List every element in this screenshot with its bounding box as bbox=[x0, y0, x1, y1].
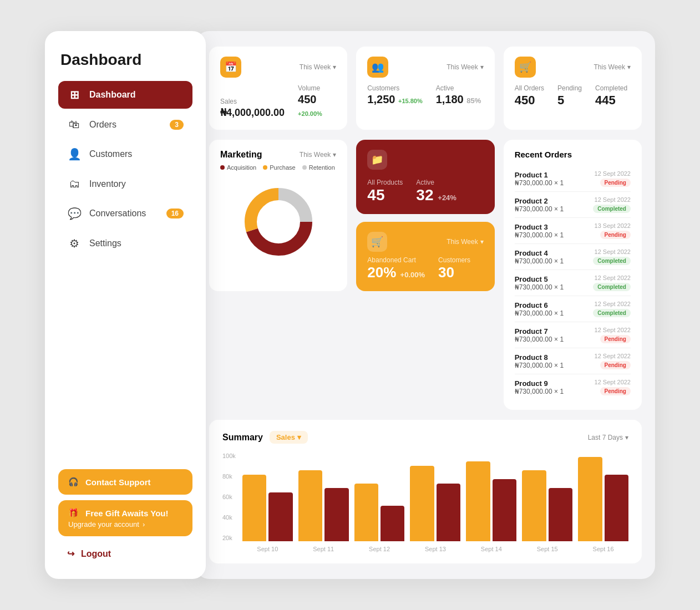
marketing-title: Marketing bbox=[220, 150, 262, 160]
sidebar-item-customers[interactable]: 👤 Customers bbox=[58, 140, 192, 168]
bar-group bbox=[410, 453, 460, 541]
sidebar-item-label: Inventory bbox=[89, 179, 126, 189]
sales-icon: 📅 bbox=[220, 57, 241, 78]
summary-title: Summary bbox=[222, 433, 263, 443]
orders-icon: 🛍 bbox=[67, 118, 82, 131]
chart-label: Sept 11 bbox=[298, 546, 349, 552]
products-cart-col: 📁 All Products 45 Active 32 +24% bbox=[356, 140, 494, 291]
headset-icon: 🎧 bbox=[68, 477, 79, 487]
conversations-badge: 16 bbox=[166, 209, 184, 218]
products-card: 📁 All Products 45 Active 32 +24% bbox=[356, 140, 494, 214]
order-item: Product 8 ₦730,000.00 × 1 12 Sept 2022 P… bbox=[515, 348, 631, 374]
contact-support-button[interactable]: 🎧 Contact Support bbox=[58, 469, 192, 495]
order-item: Product 1 ₦730,000.00 × 1 12 Sept 2022 P… bbox=[515, 166, 631, 192]
sales-week-filter[interactable]: This Week ▾ bbox=[300, 63, 336, 71]
customers-stat-card: 👥 This Week ▾ Customers 1,250 +15.80% bbox=[356, 47, 494, 130]
free-gift-button[interactable]: 🎁 Free Gift Awaits You! Upgrade your acc… bbox=[58, 500, 192, 536]
order-item: Product 3 ₦730,000.00 × 1 13 Sept 2022 P… bbox=[515, 218, 631, 244]
orders-stat-icon: 🛒 bbox=[515, 57, 536, 78]
sales-stat-card: 📅 This Week ▾ Sales ₦4,000,000.00 Volume bbox=[209, 47, 347, 130]
sidebar-title: Dashboard bbox=[58, 51, 192, 69]
sidebar-item-dashboard[interactable]: ⊞ Dashboard bbox=[58, 81, 192, 109]
sidebar-item-orders[interactable]: 🛍 Orders 3 bbox=[58, 111, 192, 138]
order-item: Product 7 ₦730,000.00 × 1 12 Sept 2022 P… bbox=[515, 322, 631, 348]
chart-label: Sept 12 bbox=[354, 546, 405, 552]
orders-badge: 3 bbox=[170, 120, 184, 130]
bar-yellow bbox=[354, 484, 378, 541]
order-item: Product 2 ₦730,000.00 × 1 12 Sept 2022 C… bbox=[515, 192, 631, 218]
bar-yellow bbox=[578, 457, 602, 541]
customers-week-filter[interactable]: This Week ▾ bbox=[447, 63, 483, 71]
bar-red bbox=[268, 492, 292, 541]
settings-icon: ⚙ bbox=[67, 237, 82, 250]
sidebar-item-label: Orders bbox=[89, 120, 116, 130]
chart-label: Sept 14 bbox=[466, 546, 516, 552]
bar-group bbox=[522, 453, 572, 541]
sales-filter-badge[interactable]: Sales ▾ bbox=[270, 431, 308, 444]
chart-label: Sept 16 bbox=[578, 546, 628, 552]
sidebar-item-conversations[interactable]: 💬 Conversations 16 bbox=[58, 200, 192, 227]
summary-card: Summary Sales ▾ Last 7 Days ▾ 100k 80k 6… bbox=[209, 420, 642, 563]
bar-group bbox=[298, 453, 349, 541]
bar-red bbox=[549, 488, 572, 541]
bar-group bbox=[242, 453, 293, 541]
chart-y-axis: 100k 80k 60k 40k 20k bbox=[222, 453, 236, 541]
orders-list: Product 1 ₦730,000.00 × 1 12 Sept 2022 P… bbox=[515, 166, 631, 400]
products-icon: 📁 bbox=[367, 150, 387, 170]
chart-area: 100k 80k 60k 40k 20k bbox=[222, 453, 628, 552]
logout-button[interactable]: ↪ Logout bbox=[58, 542, 192, 566]
summary-period-filter[interactable]: Last 7 Days ▾ bbox=[588, 434, 628, 441]
bar-group bbox=[354, 453, 405, 541]
cart-card: 🛒 This Week ▾ Abandoned Cart 20% +0.00% bbox=[356, 222, 494, 291]
sidebar-item-inventory[interactable]: 🗂 Inventory bbox=[58, 170, 192, 197]
customers-stat-icon: 👥 bbox=[367, 57, 388, 78]
sidebar-nav: ⊞ Dashboard 🛍 Orders 3 👤 Customers 🗂 Inv… bbox=[58, 81, 192, 469]
stats-row: 📅 This Week ▾ Sales ₦4,000,000.00 Volume bbox=[209, 47, 642, 130]
marketing-donut bbox=[220, 177, 336, 266]
orders-stat-card: 🛒 This Week ▾ All Orders 450 Pending 5 bbox=[504, 47, 642, 130]
gift-icon: 🎁 bbox=[68, 508, 79, 518]
cart-icon: 🛒 bbox=[367, 232, 387, 252]
bar-red bbox=[605, 475, 628, 541]
recent-orders-title: Recent Orders bbox=[515, 150, 631, 159]
bar-yellow bbox=[410, 466, 434, 541]
marketing-card: Marketing This Week ▾ Acquisition Purcha… bbox=[209, 140, 347, 291]
bar-group bbox=[466, 453, 516, 541]
cart-week-filter[interactable]: This Week ▾ bbox=[447, 238, 483, 246]
sidebar-item-label: Customers bbox=[89, 149, 132, 159]
sidebar-item-settings[interactable]: ⚙ Settings bbox=[58, 230, 192, 257]
chart-label: Sept 13 bbox=[410, 546, 460, 552]
order-item: Product 9 ₦730,000.00 × 1 12 Sept 2022 P… bbox=[515, 374, 631, 400]
main-content: 📅 This Week ▾ Sales ₦4,000,000.00 Volume bbox=[196, 31, 655, 579]
marketing-legend: Acquisition Purchase Retention bbox=[220, 164, 336, 171]
order-item: Product 6 ₦730,000.00 × 1 12 Sept 2022 C… bbox=[515, 296, 631, 322]
chart-label: Sept 15 bbox=[522, 546, 572, 552]
inventory-icon: 🗂 bbox=[67, 177, 82, 190]
dashboard-icon: ⊞ bbox=[67, 88, 82, 101]
marketing-week-filter[interactable]: This Week ▾ bbox=[300, 151, 336, 159]
chart-label: Sept 10 bbox=[242, 546, 293, 552]
middle-grid: Marketing This Week ▾ Acquisition Purcha… bbox=[209, 140, 642, 410]
chart-bars bbox=[242, 453, 628, 541]
customers-icon: 👤 bbox=[67, 148, 82, 161]
bar-red bbox=[381, 506, 404, 541]
order-item: Product 5 ₦730,000.00 × 1 12 Sept 2022 C… bbox=[515, 270, 631, 296]
sidebar-item-label: Conversations bbox=[89, 209, 146, 218]
bar-yellow bbox=[522, 470, 546, 541]
bar-red bbox=[493, 479, 516, 541]
bar-yellow bbox=[466, 461, 490, 541]
orders-week-filter[interactable]: This Week ▾ bbox=[594, 63, 631, 71]
bar-red bbox=[324, 488, 348, 541]
sidebar-item-label: Dashboard bbox=[89, 90, 136, 100]
order-item: Product 4 ₦730,000.00 × 1 12 Sept 2022 C… bbox=[515, 244, 631, 270]
recent-orders-card: Recent Orders Product 1 ₦730,000.00 × 1 … bbox=[504, 140, 642, 410]
logout-icon: ↪ bbox=[67, 548, 74, 559]
bar-yellow bbox=[242, 475, 266, 541]
bar-red bbox=[437, 484, 460, 541]
chart-labels: Sept 10Sept 11Sept 12Sept 13Sept 14Sept … bbox=[242, 546, 628, 552]
bar-group bbox=[578, 453, 628, 541]
conversations-icon: 💬 bbox=[67, 207, 82, 220]
chart-bars-container: Sept 10Sept 11Sept 12Sept 13Sept 14Sept … bbox=[242, 453, 628, 552]
bar-yellow bbox=[298, 470, 322, 541]
sidebar-bottom: 🎧 Contact Support 🎁 Free Gift Awaits You… bbox=[58, 469, 192, 566]
